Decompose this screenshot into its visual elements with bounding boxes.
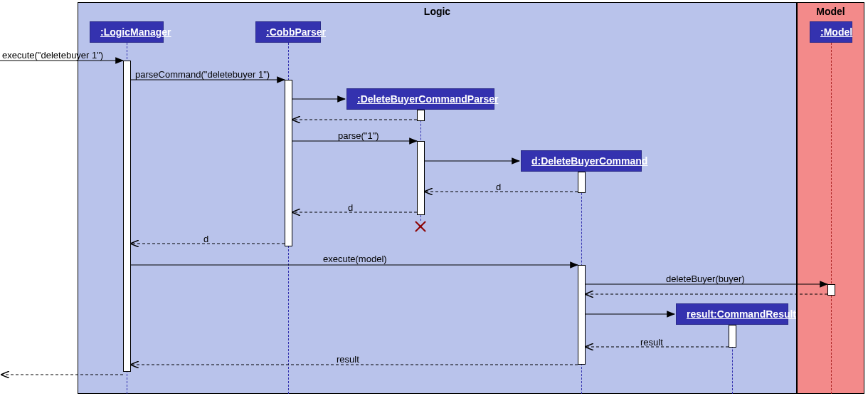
activation-delete-command-2: [578, 265, 586, 365]
logic-box-title: Logic: [78, 3, 796, 20]
lifeline-model: [831, 43, 832, 394]
msg-return-result1: result: [640, 337, 663, 348]
participant-delete-command: d:DeleteBuyerCommand: [521, 150, 642, 172]
participant-logic-manager: :LogicManager: [90, 21, 164, 43]
activation-command-result: [729, 325, 736, 348]
msg-return-result2: result: [337, 354, 359, 365]
activation-cobb-parser: [285, 80, 292, 246]
msg-delete-buyer: deleteBuyer(buyer): [666, 273, 745, 284]
msg-execute-in: execute("deletebuyer 1"): [2, 50, 103, 61]
model-box-title: Model: [798, 3, 864, 20]
participant-delete-parser: :DeleteBuyerCommandParser: [346, 88, 494, 110]
msg-parse-command: parseCommand("deletebuyer 1"): [135, 69, 270, 80]
sequence-diagram: Logic Model :LogicManager :CobbParser :D…: [0, 0, 868, 396]
destroy-icon: [413, 219, 428, 234]
msg-parse-1: parse("1"): [338, 130, 379, 141]
msg-execute-model: execute(model): [323, 254, 387, 264]
participant-cobb-parser: :CobbParser: [255, 21, 321, 43]
activation-delete-command-1: [578, 172, 586, 193]
participant-model: :Model: [810, 21, 852, 43]
activation-delete-parser-2: [417, 141, 425, 215]
msg-return-d1: d: [496, 182, 501, 192]
participant-command-result: result:CommandResult: [676, 303, 788, 325]
msg-return-d2: d: [348, 202, 353, 213]
activation-delete-parser-1: [417, 110, 425, 121]
logic-box: Logic: [78, 2, 797, 394]
activation-model: [827, 284, 835, 296]
activation-logic-manager: [123, 61, 131, 372]
msg-return-d3: d: [203, 234, 208, 244]
